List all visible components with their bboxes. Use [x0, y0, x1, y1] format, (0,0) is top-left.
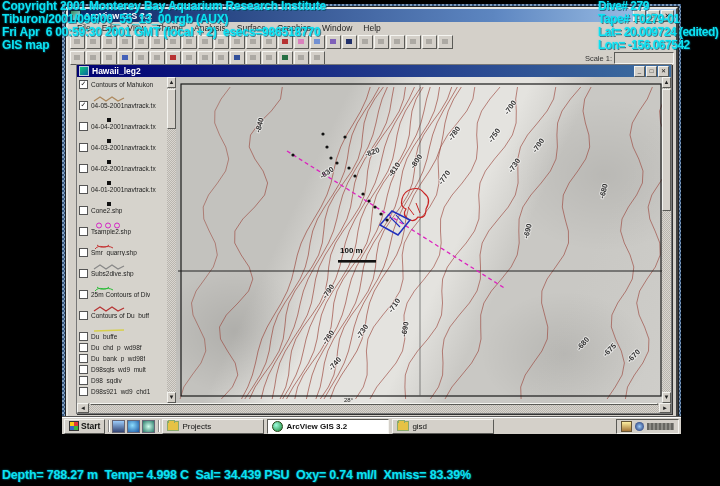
map-hscroll-track[interactable] — [89, 403, 659, 413]
overlay-bottom-sensors: Depth= 788.27 m Temp= 4.998 C Sal= 34.43… — [2, 469, 471, 482]
view-title-bar[interactable]: Hawaii_leg2 _ □ ✕ — [77, 65, 671, 77]
theme-checkbox[interactable] — [79, 332, 88, 341]
view-close-button[interactable]: ✕ — [658, 66, 669, 77]
toolbar-button[interactable] — [294, 51, 309, 65]
show-desktop-icon[interactable] — [112, 420, 125, 433]
legend-item[interactable]: 25m Contours of Div — [79, 290, 167, 309]
map-vscroll-track[interactable] — [662, 88, 671, 392]
toolbar-button[interactable] — [230, 51, 245, 65]
legend-item[interactable]: 04-04-2001navtrack.tx — [79, 122, 167, 141]
toolbar-button[interactable] — [198, 51, 213, 65]
theme-checkbox[interactable] — [79, 164, 88, 173]
tray-volume-icon[interactable] — [621, 421, 632, 432]
scroll-right-icon[interactable]: ► — [659, 403, 671, 413]
theme-checkbox[interactable] — [79, 269, 88, 278]
theme-checkbox[interactable] — [79, 365, 88, 374]
legend-item[interactable]: Du_bank_p_wd98f — [79, 354, 167, 363]
scroll-down-icon[interactable]: ▼ — [167, 392, 176, 403]
theme-checkbox[interactable] — [79, 185, 88, 194]
menu-help[interactable]: Help — [358, 23, 385, 33]
toolbar-button[interactable] — [166, 51, 181, 65]
legend-item[interactable]: Contours of Du_buff — [79, 311, 167, 330]
legend-item[interactable]: 04-03-2001navtrack.tx — [79, 143, 167, 162]
legend-item[interactable]: ✓04-05-2001navtrack.tx — [79, 101, 167, 120]
toolbar-button[interactable] — [246, 51, 261, 65]
legend-scroll-thumb[interactable] — [167, 89, 176, 129]
toolbar-button[interactable] — [150, 51, 165, 65]
toolbar-button[interactable] — [422, 35, 437, 49]
legend-item-row: 04-04-2001navtrack.tx — [79, 122, 167, 131]
toolbar-button[interactable] — [438, 35, 453, 49]
toolbar-button[interactable] — [102, 51, 117, 65]
theme-checkbox[interactable] — [79, 311, 88, 320]
legend-item[interactable]: ✓Contours of Mahukon — [79, 80, 167, 99]
scroll-up-icon[interactable]: ▲ — [662, 77, 671, 88]
legend-item[interactable]: D98sgls_wd9_mult — [79, 365, 167, 374]
toolbar-button[interactable] — [326, 35, 341, 49]
contour-label: -730 — [354, 323, 370, 340]
toolbar-button[interactable] — [390, 35, 405, 49]
toolbar-button[interactable] — [134, 51, 149, 65]
toolbar-button[interactable] — [86, 51, 101, 65]
map-hscrollbar[interactable]: ◄ ► — [77, 403, 671, 413]
scroll-up-icon[interactable]: ▲ — [167, 77, 176, 88]
toolbar-button[interactable] — [70, 51, 85, 65]
theme-checkbox[interactable]: ✓ — [79, 80, 88, 89]
task-button-label: gisd — [412, 422, 427, 431]
toolbar-button[interactable] — [342, 35, 357, 49]
legend-item[interactable]: 04-02-2001navtrack.tx — [79, 164, 167, 183]
theme-checkbox[interactable] — [79, 376, 88, 385]
folder-icon — [167, 421, 179, 431]
legend-item[interactable]: Smr_quarry.shp — [79, 248, 167, 267]
task-button-gisd[interactable]: gisd — [392, 419, 494, 434]
legend-item[interactable]: Du_chd_p_wd98f — [79, 343, 167, 352]
tray-network-icon[interactable] — [635, 422, 644, 431]
toolbar-button[interactable] — [374, 35, 389, 49]
map-canvas[interactable]: -840-830-820-810-800-780-770-750-730-700… — [176, 77, 662, 403]
view-minimize-button[interactable]: _ — [634, 66, 645, 77]
legend-scrollbar[interactable]: ▲ ▼ — [167, 77, 176, 403]
theme-checkbox[interactable] — [79, 248, 88, 257]
navtrack-dot — [335, 161, 338, 164]
map-vscroll-thumb[interactable] — [662, 89, 671, 211]
legend-scroll-track[interactable] — [167, 88, 176, 392]
toolbar-button[interactable] — [358, 35, 373, 49]
toolbar-button[interactable] — [262, 51, 277, 65]
theme-checkbox[interactable] — [79, 290, 88, 299]
theme-checkbox[interactable] — [79, 206, 88, 215]
start-label: Start — [81, 421, 100, 431]
toolbar-button[interactable] — [310, 51, 325, 65]
scroll-left-icon[interactable]: ◄ — [77, 403, 89, 413]
theme-checkbox[interactable] — [79, 227, 88, 236]
theme-checkbox[interactable] — [79, 387, 88, 396]
theme-symbol-yellow-line — [92, 321, 167, 330]
legend-item[interactable]: D98_sgdiv — [79, 376, 167, 385]
theme-label: Du_chd_p_wd98f — [91, 344, 142, 351]
toolbar-button[interactable] — [182, 51, 197, 65]
legend-item[interactable]: Tsample2.shp — [79, 227, 167, 246]
theme-checkbox[interactable] — [79, 343, 88, 352]
theme-checkbox[interactable]: ✓ — [79, 101, 88, 110]
browser-icon[interactable] — [127, 420, 140, 433]
task-button-arcview-gis-3-2[interactable]: ArcView GIS 3.2 — [267, 419, 389, 434]
map-hscroll-thumb[interactable] — [90, 403, 658, 405]
scroll-down-icon[interactable]: ▼ — [662, 392, 671, 403]
overlay-top-left: Copyright 2001 Monterey Bay Aquarium Res… — [2, 0, 326, 52]
legend-item[interactable]: D98s921_wd9_chd1 — [79, 387, 167, 396]
toolbar-button[interactable] — [118, 51, 133, 65]
theme-checkbox[interactable] — [79, 143, 88, 152]
toolbar-button[interactable] — [406, 35, 421, 49]
legend-item[interactable]: 04-01-2001navtrack.tx — [79, 185, 167, 204]
legend-item[interactable]: Subs2dive.shp — [79, 269, 167, 288]
toolbar-button[interactable] — [214, 51, 229, 65]
start-button[interactable]: Start — [64, 419, 105, 434]
task-button-projects[interactable]: Projects — [162, 419, 264, 434]
taskbar-divider — [158, 420, 159, 432]
navtrack-dot — [379, 212, 382, 215]
theme-checkbox[interactable] — [79, 122, 88, 131]
theme-checkbox[interactable] — [79, 354, 88, 363]
toolbar-button[interactable] — [278, 51, 293, 65]
globe-icon[interactable] — [142, 420, 155, 433]
view-maximize-button[interactable]: □ — [646, 66, 657, 77]
map-vscrollbar[interactable]: ▲ ▼ — [662, 77, 671, 403]
